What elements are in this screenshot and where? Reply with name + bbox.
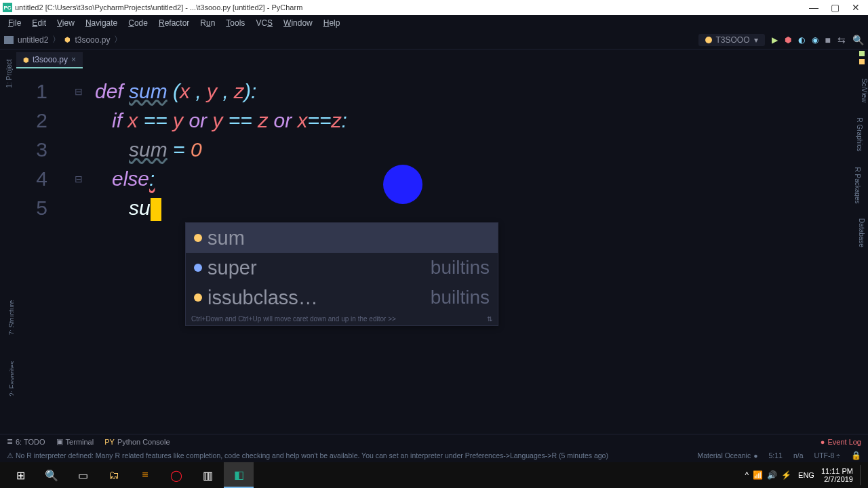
autocomplete-item[interactable]: sum	[186, 223, 498, 253]
menu-view[interactable]: View	[52, 17, 80, 29]
stop-button[interactable]: ■	[825, 35, 831, 45]
menu-tools[interactable]: Tools	[220, 17, 250, 29]
breadcrumb: untitled2 〉 ⬢ t3sooo.py 〉	[4, 34, 122, 45]
show-desktop-button[interactable]	[860, 465, 863, 485]
app-button[interactable]: ▥	[193, 462, 222, 488]
code-line: def sum (x , y , z):	[95, 77, 347, 106]
config-icon	[705, 37, 712, 43]
system-tray[interactable]: ^ 📶 🔊 ⚡	[745, 470, 791, 480]
code-area[interactable]: def sum (x , y , z): if x == y or y == z…	[95, 77, 347, 222]
readonly-icon[interactable]: 🔒	[851, 451, 861, 460]
run-config-selector[interactable]: T3SOOO ▾	[698, 34, 765, 46]
autocomplete-item[interactable]: issubclass… builtins	[186, 283, 498, 312]
cursor-highlight-icon	[383, 165, 422, 204]
coverage-button[interactable]: ◐	[798, 35, 805, 45]
tab-label: t3sooo.py	[33, 55, 68, 64]
line-number: 1	[14, 77, 47, 106]
python-icon: ⬢	[23, 56, 29, 64]
menu-edit[interactable]: Edit	[26, 17, 52, 29]
line-number: 2	[14, 106, 47, 135]
fold-icon[interactable]: ⊟	[75, 77, 88, 106]
folder-icon	[4, 36, 14, 44]
clock[interactable]: 11:11 PM 2/7/2019	[821, 467, 853, 483]
code-line: if x == y or y == z or x==z:	[95, 106, 347, 135]
windows-taskbar: ⊞ 🔍 ▭ 🗂 ≡ ◯ ▥ ◧ ^ 📶 🔊 ⚡ ENG 11:11 PM 2/7…	[0, 462, 868, 488]
layout-button[interactable]: ⇆	[837, 35, 846, 45]
explorer-button[interactable]: 🗂	[99, 462, 129, 488]
minimize-button[interactable]: —	[809, 2, 818, 13]
right-tool-strip: SciView R Graphics R Packages Database	[854, 49, 868, 429]
theme-indicator[interactable]: Material Oceanic ●	[697, 451, 757, 460]
taskview-button[interactable]: ▭	[68, 462, 98, 488]
status-bar: ⚠ No R interpreter defined: Many R relat…	[0, 449, 868, 462]
left-tool-strip: 1: Project 7: Structure 2: Favorites	[0, 49, 14, 429]
tool-todo[interactable]: ≣ 6: TODO	[7, 437, 45, 446]
language-indicator[interactable]: ENG	[798, 471, 814, 479]
breadcrumb-project[interactable]: untitled2	[18, 35, 48, 45]
autocomplete-hint: Ctrl+Down and Ctrl+Up will move caret do…	[186, 312, 498, 325]
kind-icon	[194, 264, 202, 272]
sublime-button[interactable]: ≡	[130, 462, 160, 488]
code-line: else:	[95, 164, 347, 193]
tool-python-console[interactable]: PY Python Console	[104, 437, 170, 446]
tab-t3sooo[interactable]: ⬢ t3sooo.py ×	[16, 52, 83, 68]
search-button[interactable]: 🔍	[852, 35, 864, 45]
event-log-button[interactable]: ● Event Log	[821, 438, 861, 446]
caret	[151, 198, 161, 221]
search-button[interactable]: 🔍	[37, 462, 66, 488]
line-sep[interactable]: n/a	[793, 451, 804, 460]
breadcrumb-file[interactable]: t3sooo.py	[75, 35, 110, 45]
inspection-warn-icon	[859, 59, 865, 64]
menu-vcs[interactable]: VCS	[250, 17, 278, 29]
menu-help[interactable]: Help	[318, 17, 346, 29]
kind-icon	[194, 293, 202, 302]
menu-code[interactable]: Code	[123, 17, 153, 29]
status-message: ⚠ No R interpreter defined: Many R relat…	[7, 451, 608, 460]
menu-window[interactable]: Window	[278, 17, 318, 29]
kind-icon	[194, 234, 202, 242]
breadcrumb-sep-icon: 〉	[114, 34, 122, 45]
menu-navigate[interactable]: Navigate	[80, 17, 123, 29]
fold-icon[interactable]: ⊟	[75, 164, 88, 193]
pycharm-button[interactable]: ◧	[224, 462, 254, 488]
line-number: 3	[14, 135, 47, 164]
dropdown-icon: ▾	[754, 35, 758, 45]
run-button[interactable]: ▶	[772, 35, 778, 45]
encoding[interactable]: UTF-8 ÷	[814, 451, 840, 460]
menu-refactor[interactable]: Refactor	[153, 17, 195, 29]
pycharm-icon: PC	[3, 3, 12, 12]
close-button[interactable]: ✕	[852, 2, 860, 13]
fold-gutter: ⊟ ⊟	[75, 77, 88, 193]
tool-database[interactable]: Database	[858, 218, 865, 247]
profile-button[interactable]: ◉	[812, 35, 818, 45]
tool-sciview[interactable]: SciView	[861, 79, 868, 102]
python-icon: ⬢	[64, 36, 71, 43]
bottom-tool-bar: ≣ 6: TODO ▣ Terminal PY Python Console ●…	[0, 434, 868, 449]
tool-rpackages[interactable]: R Packages	[854, 167, 862, 204]
editor-tabs: ⬢ t3sooo.py ×	[0, 49, 868, 68]
breadcrumb-sep-icon: 〉	[52, 34, 60, 45]
gutter: 1 2 3 4 5	[14, 68, 61, 222]
code-line: su	[95, 193, 347, 222]
menu-file[interactable]: File	[3, 17, 26, 29]
code-line: sum = 0	[95, 135, 347, 164]
maximize-button[interactable]: ▢	[831, 2, 840, 13]
autocomplete-item[interactable]: super builtins	[186, 253, 498, 283]
menubar: File Edit View Navigate Code Refactor Ru…	[0, 15, 868, 30]
tool-rgraphics[interactable]: R Graphics	[855, 117, 863, 151]
line-number: 5	[14, 193, 47, 222]
menu-run[interactable]: Run	[195, 17, 220, 29]
window-title: untitled2 [C:\Users\t3so\PycharmProjects…	[15, 3, 809, 12]
run-toolbar: T3SOOO ▾ ▶ ⬢ ◐ ◉ ■ ⇆ 🔍	[698, 34, 864, 46]
inspection-ok-icon	[859, 51, 865, 56]
run-config-name: T3SOOO	[716, 35, 750, 45]
start-button[interactable]: ⊞	[5, 462, 35, 488]
tool-project[interactable]: 1: Project	[5, 59, 13, 87]
tab-close-icon[interactable]: ×	[71, 55, 76, 64]
navbar: untitled2 〉 ⬢ t3sooo.py 〉 T3SOOO ▾ ▶ ⬢ ◐…	[0, 30, 868, 49]
tool-terminal[interactable]: ▣ Terminal	[56, 437, 94, 446]
debug-button[interactable]: ⬢	[785, 35, 791, 45]
opera-button[interactable]: ◯	[161, 462, 191, 488]
caret-position[interactable]: 5:11	[769, 451, 783, 460]
autocomplete-popup: sum super builtins issubclass… builtins …	[185, 222, 498, 326]
